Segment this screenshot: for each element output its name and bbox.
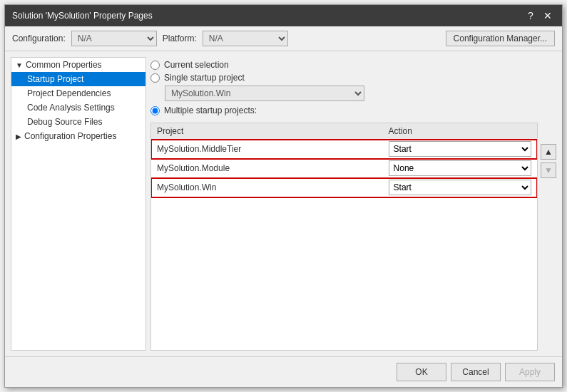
help-button[interactable]: ? xyxy=(523,9,538,23)
current-selection-label[interactable]: Current selection xyxy=(164,60,229,70)
sidebar-item-startup-project[interactable]: Startup Project xyxy=(11,72,145,86)
single-project-select[interactable]: MySolution.Win xyxy=(165,86,364,101)
move-down-button[interactable]: ▼ xyxy=(541,163,556,178)
table-row: MySolution.ModuleNoneStartStart without … xyxy=(151,159,537,178)
sidebar-item-common-properties[interactable]: ▼ Common Properties xyxy=(11,58,145,72)
table-row: MySolution.WinNoneStartStart without deb… xyxy=(151,178,537,197)
common-properties-arrow: ▼ xyxy=(16,61,23,69)
cancel-button[interactable]: Cancel xyxy=(451,363,501,381)
action-select[interactable]: NoneStartStart without debugging xyxy=(389,180,531,195)
single-startup-radio[interactable] xyxy=(150,73,160,83)
action-select[interactable]: NoneStartStart without debugging xyxy=(389,160,531,176)
sidebar-item-debug-source[interactable]: Debug Source Files xyxy=(11,115,145,129)
sidebar-item-project-dependencies[interactable]: Project Dependencies xyxy=(11,86,145,100)
col-project: Project xyxy=(151,123,383,140)
config-properties-arrow: ▶ xyxy=(16,133,21,140)
apply-button[interactable]: Apply xyxy=(505,363,555,381)
configuration-manager-button[interactable]: Configuration Manager... xyxy=(446,31,555,46)
project-cell: MySolution.Win xyxy=(151,178,383,197)
left-panel: ▼ Common Properties Startup Project Proj… xyxy=(11,57,146,351)
project-cell: MySolution.Module xyxy=(151,159,383,178)
config-bar: Configuration: N/A Platform: N/A Configu… xyxy=(5,26,562,51)
dialog: Solution 'MySolution' Property Pages ? ✕… xyxy=(4,4,563,388)
action-cell: NoneStartStart without debugging xyxy=(383,178,537,197)
projects-table-wrapper: Project Action MySolution.MiddleTierNone… xyxy=(150,123,556,351)
table-side-buttons: ▲ ▼ xyxy=(541,123,556,351)
move-up-button[interactable]: ▲ xyxy=(541,144,556,160)
action-select[interactable]: NoneStartStart without debugging xyxy=(389,141,531,157)
single-startup-row: Single startup project xyxy=(150,73,556,83)
platform-select[interactable]: N/A xyxy=(203,31,288,46)
dialog-title: Solution 'MySolution' Property Pages xyxy=(12,11,153,21)
action-cell: NoneStartStart without debugging xyxy=(383,159,537,178)
sidebar-item-configuration-properties[interactable]: ▶ Configuration Properties xyxy=(11,129,145,143)
projects-table: Project Action MySolution.MiddleTierNone… xyxy=(151,123,537,197)
tree-section: ▼ Common Properties Startup Project Proj… xyxy=(11,58,145,143)
single-dropdown-row: MySolution.Win xyxy=(150,86,556,101)
options-area: Current selection Single startup project… xyxy=(150,57,556,118)
multiple-startup-row: Multiple startup projects: xyxy=(150,105,556,115)
ok-button[interactable]: OK xyxy=(397,363,446,381)
projects-table-container: Project Action MySolution.MiddleTierNone… xyxy=(150,123,538,351)
table-row: MySolution.MiddleTierNoneStartStart with… xyxy=(151,140,537,159)
col-action: Action xyxy=(383,123,537,140)
common-properties-label: Common Properties xyxy=(26,60,102,70)
current-selection-row: Current selection xyxy=(150,60,556,70)
footer: OK Cancel Apply xyxy=(5,356,562,387)
title-bar-controls: ? ✕ xyxy=(523,9,555,23)
config-properties-label: Configuration Properties xyxy=(24,131,116,141)
multiple-startup-radio[interactable] xyxy=(150,106,160,115)
current-selection-radio[interactable] xyxy=(150,61,160,70)
sidebar-item-code-analysis[interactable]: Code Analysis Settings xyxy=(11,100,145,115)
main-area: ▼ Common Properties Startup Project Proj… xyxy=(5,51,562,356)
multiple-startup-label[interactable]: Multiple startup projects: xyxy=(164,105,257,115)
configuration-select[interactable]: N/A xyxy=(71,31,157,46)
config-label: Configuration: xyxy=(12,33,66,43)
right-panel: Current selection Single startup project… xyxy=(150,57,556,351)
project-cell: MySolution.MiddleTier xyxy=(151,140,383,159)
action-cell: NoneStartStart without debugging xyxy=(383,140,537,159)
platform-label: Platform: xyxy=(163,33,197,43)
close-button[interactable]: ✕ xyxy=(541,9,555,23)
title-bar: Solution 'MySolution' Property Pages ? ✕ xyxy=(5,5,562,26)
single-startup-label[interactable]: Single startup project xyxy=(164,73,245,83)
